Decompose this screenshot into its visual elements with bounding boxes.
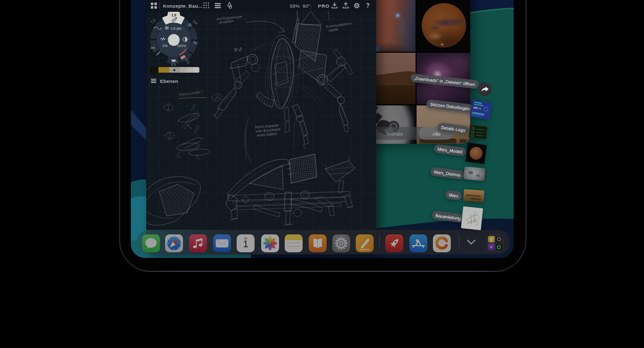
svg-text:7,3: 7,3	[150, 18, 156, 24]
svg-text:6,8: 6,8	[171, 63, 176, 67]
svg-text:100%: 100%	[177, 44, 186, 48]
svg-text:1,6: 1,6	[171, 13, 176, 17]
svg-text:0%: 0%	[163, 44, 168, 48]
svg-text:1,6 pts: 1,6 pts	[170, 27, 181, 31]
svg-text:3,5: 3,5	[192, 19, 198, 26]
